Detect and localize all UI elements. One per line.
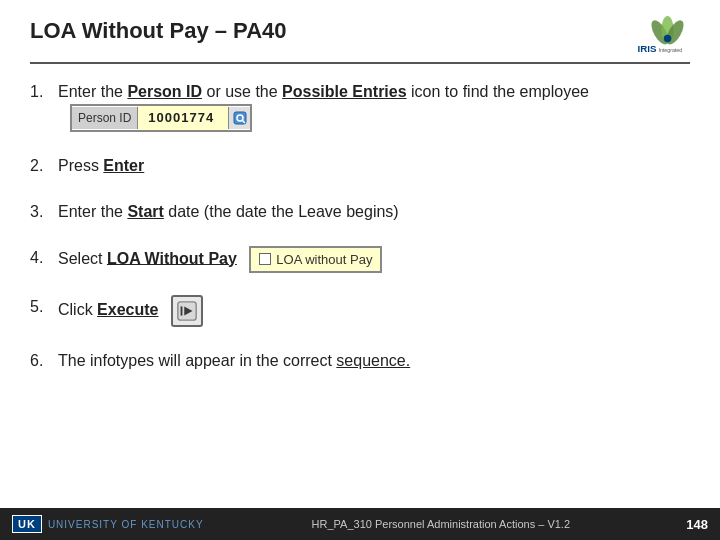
step-4-number: 4. [30, 246, 58, 270]
step-2-content: Press Enter [58, 154, 690, 178]
loa-checkbox [259, 253, 271, 265]
step-5-number: 5. [30, 295, 58, 319]
person-id-icon [233, 111, 247, 125]
step-1-number: 1. [30, 80, 58, 104]
step-3-content: Enter the Start date (the date the Leave… [58, 200, 690, 224]
steps-list: 1. Enter the Person ID or use the Possib… [30, 80, 690, 373]
execute-button[interactable] [171, 295, 203, 327]
header: LOA Without Pay – PA40 IRIS Integrated [30, 18, 690, 64]
step-5-bold1: Execute [97, 301, 158, 318]
footer-uk-text: University of Kentucky [48, 519, 204, 530]
person-id-widget: Person ID 10001774 [70, 104, 252, 132]
step-4-content: Select LOA Without Pay LOA without Pay [58, 246, 690, 274]
step-6-number: 6. [30, 349, 58, 373]
step-3: 3. Enter the Start date (the date the Le… [30, 200, 690, 224]
execute-icon [176, 300, 198, 322]
step-6: 6. The infotypes will appear in the corr… [30, 349, 690, 373]
person-id-label: Person ID [72, 107, 138, 129]
footer-logo: UK University of Kentucky [12, 515, 204, 533]
step-1-bold1: Person ID [127, 83, 202, 100]
step-1-content: Enter the Person ID or use the Possible … [58, 80, 690, 132]
footer-page-number: 148 [678, 517, 708, 532]
svg-point-3 [664, 35, 672, 43]
step-4: 4. Select LOA Without Pay LOA without Pa… [30, 246, 690, 274]
person-id-button[interactable] [228, 107, 250, 129]
step-2-number: 2. [30, 154, 58, 178]
step-5-content: Click Execute [58, 295, 690, 327]
iris-logo-graphic: IRIS Integrated [630, 14, 690, 56]
footer-uk-badge: UK [12, 515, 42, 533]
svg-text:IRIS: IRIS [638, 43, 657, 54]
step-3-bold1: Start [127, 203, 163, 220]
step-6-content: The infotypes will appear in the correct… [58, 349, 690, 373]
loa-text: LOA without Pay [276, 250, 372, 270]
step-1: 1. Enter the Person ID or use the Possib… [30, 80, 690, 132]
iris-logo: IRIS Integrated [630, 14, 690, 56]
page-title: LOA Without Pay – PA40 [30, 18, 287, 44]
loa-widget[interactable]: LOA without Pay [249, 246, 382, 274]
footer: UK University of Kentucky HR_PA_310 Pers… [0, 508, 720, 540]
page-container: LOA Without Pay – PA40 IRIS Integrated 1 [0, 0, 720, 540]
step-2-bold1: Enter [103, 157, 144, 174]
person-id-value: 10001774 [138, 106, 228, 130]
svg-text:Integrated: Integrated [659, 47, 683, 53]
footer-center-text: HR_PA_310 Personnel Administration Actio… [204, 518, 678, 530]
step-1-bold2: Possible Entries [282, 83, 407, 100]
step-6-underline: sequence. [336, 352, 410, 369]
step-4-bold1: LOA Without Pay [107, 249, 237, 266]
step-5: 5. Click Execute [30, 295, 690, 327]
step-3-number: 3. [30, 200, 58, 224]
step-2: 2. Press Enter [30, 154, 690, 178]
